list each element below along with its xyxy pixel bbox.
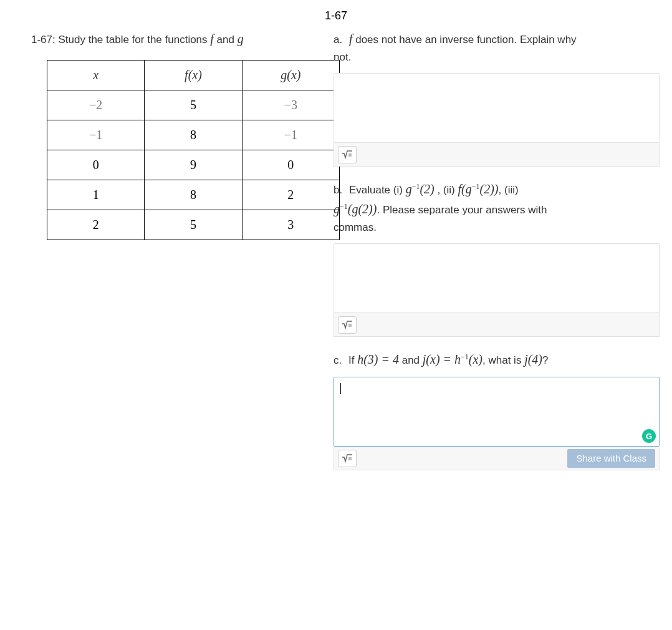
cell: 3: [242, 210, 339, 240]
toolbar-b: [334, 313, 660, 337]
right-column: a. f does not have an inverse function. …: [334, 29, 660, 483]
intro-text: 1-67: Study the table for the functions …: [31, 32, 318, 46]
answer-a-input[interactable]: [334, 73, 660, 143]
table-header-row: x f(x) g(x): [47, 61, 340, 90]
col-x: x: [47, 61, 145, 90]
intro-mid: and: [214, 34, 238, 46]
svg-rect-1: [348, 324, 352, 327]
math-editor-button[interactable]: [338, 316, 357, 334]
answer-b-wrap: [334, 243, 660, 313]
svg-rect-0: [348, 153, 352, 157]
cell: 9: [145, 150, 242, 180]
text-cursor: [340, 383, 341, 394]
answer-b-input[interactable]: [334, 243, 660, 313]
cell: 0: [47, 150, 145, 180]
table-row: 2 5 3: [47, 210, 340, 240]
answer-a-wrap: [334, 73, 660, 143]
col-fx: f(x): [145, 61, 242, 90]
cell: 8: [145, 120, 242, 150]
intro-g: g: [238, 32, 244, 46]
table-row: 1 8 2: [47, 180, 340, 210]
cell: −3: [242, 90, 339, 120]
col-gx: g(x): [242, 61, 339, 90]
toolbar-a: [334, 143, 660, 167]
question-c: c. If h(3) = 4 and j(x) = h−1(x), what i…: [334, 349, 660, 369]
cell: −2: [47, 90, 145, 120]
qa-text2: not.: [334, 51, 351, 63]
answer-c-wrap: G: [334, 377, 660, 447]
table-row: −2 5 −3: [47, 90, 340, 120]
share-button[interactable]: Share with Class: [567, 449, 655, 468]
left-column: 1-67: Study the table for the functions …: [12, 29, 318, 483]
qa-label: a.: [334, 34, 342, 46]
table-row: −1 8 −1: [47, 120, 340, 150]
columns: 1-67: Study the table for the functions …: [12, 29, 660, 483]
page: 1-67 1-67: Study the table for the funct…: [0, 0, 672, 630]
table-row: 0 9 0: [47, 150, 340, 180]
cell: 2: [242, 180, 339, 210]
qb-pre: Evaluate (i): [349, 184, 406, 196]
cell: −1: [47, 120, 145, 150]
math-editor-button[interactable]: [338, 146, 357, 163]
cell: 5: [145, 210, 242, 240]
cell: 5: [145, 90, 242, 120]
cell: 8: [145, 180, 242, 210]
function-table: x f(x) g(x) −2 5 −3 −1 8 −1 0 9 0: [47, 60, 340, 240]
intro-prefix: 1-67: Study the table for the functions: [31, 34, 210, 46]
cell: −1: [242, 120, 339, 150]
cell: 2: [47, 210, 145, 240]
question-a: a. f does not have an inverse function. …: [334, 29, 660, 65]
svg-rect-2: [348, 457, 352, 460]
qa-text1: does not have an inverse function. Expla…: [352, 34, 576, 46]
cell: 1: [47, 180, 145, 210]
cell: 0: [242, 150, 339, 180]
qb-label: b.: [334, 184, 342, 196]
answer-c-input[interactable]: [334, 377, 660, 447]
question-b: b. Evaluate (i) g−1(2) , (ii) f(g−1(2)),…: [334, 179, 660, 236]
toolbar-c: Share with Class: [334, 447, 660, 470]
page-title: 1-67: [12, 9, 660, 22]
math-editor-button[interactable]: [338, 450, 357, 467]
qc-label: c.: [334, 354, 342, 366]
